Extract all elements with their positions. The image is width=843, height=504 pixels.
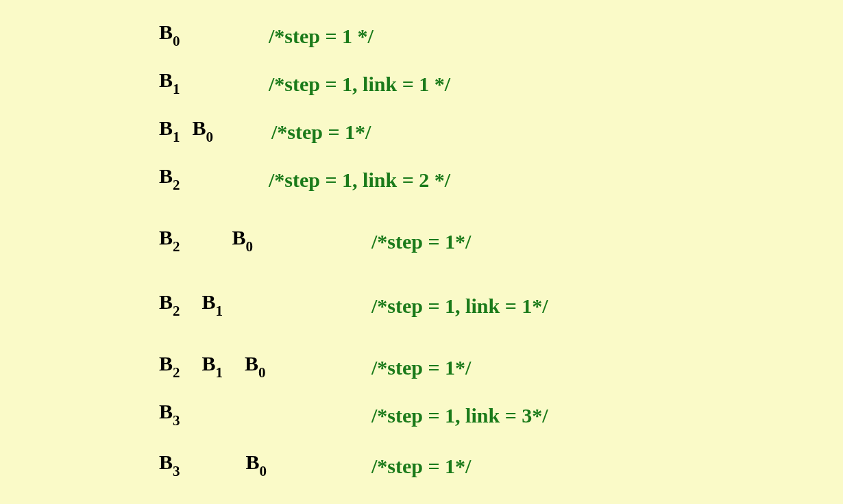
- row-2: B1B0/*step = 1*/: [159, 103, 843, 144]
- terms-3: B2: [159, 164, 269, 192]
- comment-5: /*step = 1, link = 1*/: [371, 294, 548, 318]
- ellipsis: … … …: [159, 485, 843, 504]
- term-sub: 0: [258, 364, 266, 381]
- term-sub: 2: [173, 364, 180, 381]
- comment-7: /*step = 1, link = 3*/: [371, 404, 548, 427]
- term-5-1: B1: [202, 290, 223, 318]
- comment-2: /*step = 1*/: [271, 121, 371, 144]
- term-1-0: B1: [159, 68, 180, 96]
- term-base: B: [159, 68, 173, 91]
- diagram-content: B0/*step = 1 */B1/*step = 1, link = 1 */…: [159, 7, 843, 504]
- term-7-0: B3: [159, 400, 180, 427]
- terms-6: B2B1B0: [159, 352, 371, 379]
- term-sub: 2: [173, 238, 180, 255]
- term-base: B: [246, 451, 260, 473]
- term-sub: 3: [173, 412, 180, 429]
- term-sub: 0: [260, 463, 267, 479]
- term-sub: 3: [173, 463, 180, 479]
- term-2-1: B0: [193, 116, 214, 144]
- term-0-0: B0: [159, 21, 180, 48]
- term-4-1: B0: [232, 226, 254, 253]
- term-sub: 1: [216, 303, 223, 319]
- term-base: B: [245, 352, 258, 375]
- term-3-0: B2: [159, 164, 180, 192]
- row-0: B0/*step = 1 */: [159, 7, 843, 48]
- term-base: B: [159, 21, 173, 43]
- term-6-0: B2: [159, 352, 180, 379]
- term-base: B: [193, 116, 206, 139]
- term-5-0: B2: [159, 290, 180, 318]
- terms-1: B1: [159, 68, 269, 96]
- term-sub: 0: [173, 33, 180, 49]
- row-3: B2/*step = 1, link = 2 */: [159, 151, 843, 192]
- comment-6: /*step = 1*/: [371, 356, 471, 379]
- term-2-0: B1: [159, 116, 180, 144]
- comment-8: /*step = 1*/: [371, 455, 471, 478]
- term-8-0: B3: [159, 451, 180, 478]
- comment-3: /*step = 1, link = 2 */: [269, 168, 450, 192]
- row-1: B1/*step = 1, link = 1 */: [159, 55, 843, 96]
- term-sub: 2: [173, 177, 180, 193]
- term-8-1: B0: [246, 451, 267, 478]
- term-sub: 1: [173, 129, 180, 145]
- comment-0: /*step = 1 */: [269, 25, 374, 48]
- term-base: B: [202, 290, 216, 313]
- term-base: B: [202, 352, 216, 375]
- term-base: B: [159, 400, 173, 423]
- terms-7: B3: [159, 400, 371, 427]
- terms-8: B3B0: [159, 451, 371, 478]
- term-sub: 2: [173, 303, 180, 319]
- row-8: B3B0/*step = 1*/: [159, 434, 843, 478]
- row-5: B2B1/*step = 1, link = 1*/: [159, 260, 843, 318]
- term-base: B: [159, 352, 173, 375]
- term-6-1: B1: [202, 352, 223, 379]
- terms-0: B0: [159, 21, 269, 48]
- terms-2: B1B0: [159, 116, 271, 144]
- term-6-2: B0: [245, 352, 266, 379]
- term-base: B: [159, 451, 173, 473]
- term-base: B: [159, 116, 173, 139]
- term-4-0: B2: [159, 226, 180, 253]
- term-sub: 1: [173, 81, 180, 97]
- comment-1: /*step = 1, link = 1 */: [269, 73, 450, 96]
- row-7: B3/*step = 1, link = 3*/: [159, 386, 843, 427]
- term-base: B: [159, 290, 173, 313]
- term-base: B: [159, 164, 173, 187]
- term-sub: 0: [206, 129, 214, 145]
- row-4: B2B0/*step = 1*/: [159, 199, 843, 253]
- row-6: B2B1B0/*step = 1*/: [159, 325, 843, 379]
- term-base: B: [232, 226, 246, 249]
- terms-5: B2B1: [159, 290, 371, 318]
- terms-4: B2B0: [159, 226, 371, 253]
- term-base: B: [159, 226, 173, 249]
- comment-4: /*step = 1*/: [371, 230, 471, 253]
- term-sub: 1: [216, 364, 223, 381]
- term-sub: 0: [246, 238, 254, 255]
